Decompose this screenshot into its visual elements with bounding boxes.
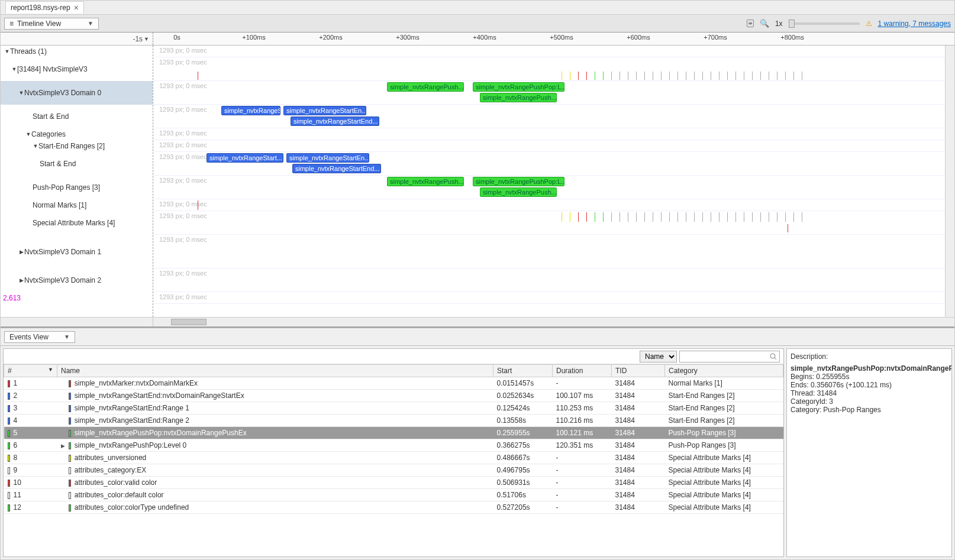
col-name[interactable]: Name — [57, 365, 493, 377]
file-tab-bar: report198.nsys-rep × — [1, 1, 954, 15]
col-category[interactable]: Category — [665, 365, 783, 377]
tree-domain2[interactable]: ▶NvtxSimpleV3 Domain 2 — [1, 268, 153, 292]
events-table-panel: Name # ▼ Name Start Duration TID Categor… — [3, 348, 784, 557]
table-row[interactable]: 11 attributes_color:default color0.51706… — [4, 489, 783, 501]
tree-categories[interactable]: ▼Categories — [1, 128, 153, 140]
table-row[interactable]: 10 attributes_color:valid color0.506931s… — [4, 477, 783, 489]
table-row[interactable]: 2 simple_nvtxRangeStartEnd:nvtxDomainRan… — [4, 390, 783, 402]
zoom-slider[interactable] — [789, 22, 860, 25]
events-grid[interactable]: # ▼ Name Start Duration TID Category 1 s… — [4, 364, 783, 556]
chevron-down-icon: ▼ — [88, 20, 93, 27]
tree-domain0[interactable]: ▼NvtxSimpleV3 Domain 0 — [1, 81, 153, 105]
tree-normal-marks[interactable]: Normal Marks [1] — [1, 199, 153, 211]
filter-field-select[interactable]: Name — [640, 351, 677, 362]
magnifier-icon[interactable]: 🔍 — [760, 19, 769, 28]
tree-se-inner[interactable]: Start & End — [1, 152, 153, 176]
description-title: simple_nvtxRangePushPop:nvtxDomainRangeP… — [791, 364, 948, 373]
description-panel: Description: simple_nvtxRangePushPop:nvt… — [786, 348, 952, 557]
tree-panel[interactable]: ▼Threads (1) ▼[31484] NvtxSimpleV3 ▼Nvtx… — [1, 46, 153, 317]
timeline-toolbar: ≡ Timeline View ▼ ⌨ 🔍 1x ⚠ 1 warning, 7 … — [1, 15, 954, 33]
time-ruler[interactable]: -1s ▼ 0s+100ms+200ms+300ms+400ms+500ms+6… — [1, 33, 954, 46]
hamburger-icon: ≡ — [9, 20, 14, 28]
table-row[interactable]: 8 attributes_unversioned0.486667s-31484S… — [4, 452, 783, 464]
description-cat: Category: Push-Pop Ranges — [791, 406, 948, 414]
description-catid: CategoryId: 3 — [791, 397, 948, 406]
col-num[interactable]: # ▼ — [4, 365, 57, 377]
tree-se-ranges[interactable]: ▼Start-End Ranges [2] — [1, 140, 153, 152]
timeline-canvas[interactable]: 1293 px; 0 msec1293 px; 0 msec1293 px; 0… — [153, 46, 954, 317]
description-ends: Ends: 0.356076s (+100.121 ms) — [791, 381, 948, 389]
view-selector[interactable]: ≡ Timeline View ▼ — [4, 18, 99, 30]
tree-domain1[interactable]: ▶NvtxSimpleV3 Domain 1 — [1, 235, 153, 268]
filter-input[interactable] — [679, 351, 780, 362]
events-view-label: Events View — [9, 333, 49, 341]
ruler-neg-label: -1s — [133, 35, 143, 43]
scrollbar-thumb[interactable] — [171, 319, 207, 325]
description-label: Description: — [791, 352, 948, 361]
horizontal-scrollbar[interactable] — [1, 317, 954, 326]
tree-process[interactable]: ▼[31484] NvtxSimpleV3 — [1, 57, 153, 81]
ruler-ticks: 0s+100ms+200ms+300ms+400ms+500ms+600ms+7… — [153, 33, 954, 45]
close-icon[interactable]: × — [74, 3, 79, 12]
events-section: Events View ▼ Name # ▼ Name Start Durati — [1, 328, 954, 559]
filter-row: Name — [4, 349, 783, 364]
chevron-down-icon: ▼ — [144, 36, 149, 42]
tab-title: report198.nsys-rep — [11, 4, 70, 12]
keyboard-icon[interactable]: ⌨ — [747, 20, 754, 27]
col-tid[interactable]: TID — [612, 365, 665, 377]
chevron-down-icon: ▼ — [64, 334, 70, 340]
warning-icon: ⚠ — [866, 20, 872, 28]
tree-start-end[interactable]: Start & End — [1, 105, 153, 128]
events-view-selector[interactable]: Events View ▼ — [4, 331, 75, 343]
zoom-level: 1x — [775, 20, 783, 28]
table-row[interactable]: 1 simple_nvtxMarker:nvtxDomainMarkEx0.01… — [4, 377, 783, 390]
file-tab[interactable]: report198.nsys-rep × — [5, 1, 84, 14]
events-toolbar: Events View ▼ — [1, 328, 954, 346]
description-begins: Begins: 0.255955s — [791, 373, 948, 381]
vertical-scrollbar[interactable] — [945, 46, 954, 317]
tree-threads[interactable]: ▼Threads (1) — [1, 46, 153, 57]
description-thread: Thread: 31484 — [791, 389, 948, 397]
table-row[interactable]: 6▶ simple_nvtxRangePushPop:Level 00.3662… — [4, 439, 783, 452]
timeline-section: -1s ▼ 0s+100ms+200ms+300ms+400ms+500ms+6… — [1, 33, 954, 328]
col-duration[interactable]: Duration — [553, 365, 612, 377]
view-label: Timeline View — [17, 20, 61, 28]
table-row[interactable]: 4 simple_nvtxRangeStartEnd:Range 20.1355… — [4, 415, 783, 427]
table-row[interactable]: 3 simple_nvtxRangeStartEnd:Range 10.1254… — [4, 402, 783, 415]
table-row[interactable]: 12 attributes_color:colorType undefined0… — [4, 501, 783, 514]
slider-thumb[interactable] — [789, 20, 795, 28]
tree-pp-ranges[interactable]: Push-Pop Ranges [3] — [1, 176, 153, 199]
tree-footer-count: 2,613 — [1, 292, 153, 304]
col-start[interactable]: Start — [493, 365, 553, 377]
tree-special-marks[interactable]: Special Attribute Marks [4] — [1, 211, 153, 235]
table-row[interactable]: 5 simple_nvtxRangePushPop:nvtxDomainRang… — [4, 427, 783, 439]
warnings-link[interactable]: 1 warning, 7 messages — [878, 20, 951, 28]
table-row[interactable]: 9 attributes_category:EX0.496795s-31484S… — [4, 464, 783, 477]
ruler-origin[interactable]: -1s ▼ — [1, 33, 153, 45]
